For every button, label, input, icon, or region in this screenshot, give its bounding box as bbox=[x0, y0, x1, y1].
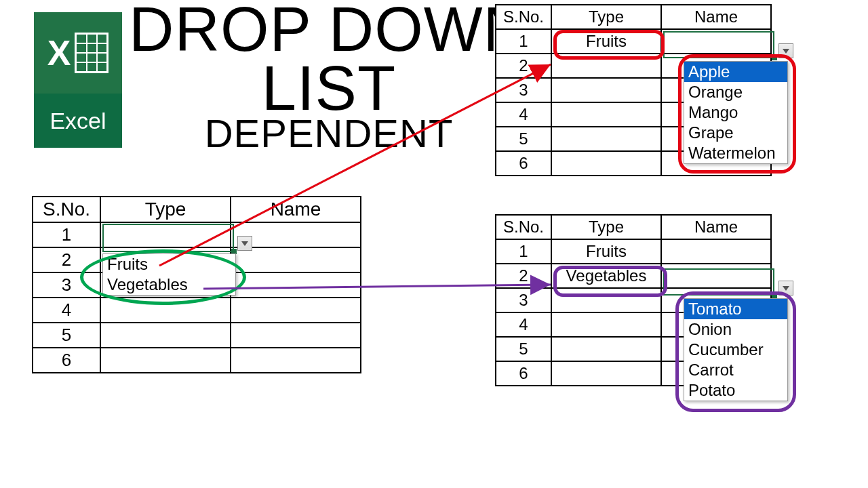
dropdown-button[interactable] bbox=[778, 43, 793, 58]
title-line1: DROP DOWN bbox=[129, 0, 529, 59]
veg-option[interactable]: Onion bbox=[684, 319, 787, 340]
type-option-vegetables[interactable]: Vegetables bbox=[103, 274, 235, 295]
trt-hdr-name: Name bbox=[661, 5, 771, 29]
lt-type-cell[interactable] bbox=[100, 222, 231, 247]
dropdown-button[interactable] bbox=[778, 281, 793, 296]
lt-sno: 5 bbox=[33, 323, 100, 348]
lt-sno: 6 bbox=[33, 348, 100, 373]
trt-hdr-type: Type bbox=[551, 5, 661, 29]
title-line2: LIST bbox=[129, 59, 529, 118]
lt-sno: 3 bbox=[33, 272, 100, 298]
veg-option[interactable]: Cucumber bbox=[684, 340, 787, 360]
title-block: DROP DOWN LIST DEPENDENT bbox=[129, 0, 529, 152]
lt-hdr-type: Type bbox=[100, 197, 231, 222]
title-line3: DEPENDENT bbox=[129, 115, 529, 152]
spreadsheet-icon bbox=[75, 33, 108, 73]
brt-hdr-sno: S.No. bbox=[496, 215, 551, 239]
lt-sno: 1 bbox=[33, 222, 100, 247]
veg-option[interactable]: Potato bbox=[684, 380, 787, 401]
brt-type2[interactable]: Vegetables bbox=[551, 264, 661, 288]
lt-sno: 2 bbox=[33, 247, 100, 272]
fruits-dropdown-panel[interactable]: Apple Orange Mango Grape Watermelon bbox=[684, 61, 788, 164]
fruit-option[interactable]: Apple bbox=[684, 62, 787, 82]
excel-logo: X Excel bbox=[34, 12, 122, 148]
trt-type1[interactable]: Fruits bbox=[551, 29, 661, 54]
excel-x-letter: X bbox=[47, 33, 71, 73]
trt-hdr-sno: S.No. bbox=[496, 5, 551, 29]
fruit-option[interactable]: Mango bbox=[684, 102, 787, 123]
fill-handle[interactable] bbox=[772, 55, 777, 60]
fruit-option[interactable]: Orange bbox=[684, 82, 787, 102]
type-option-fruits[interactable]: Fruits bbox=[103, 254, 235, 274]
excel-label: Excel bbox=[34, 94, 122, 148]
lt-hdr-name: Name bbox=[231, 197, 361, 222]
lt-hdr-sno: S.No. bbox=[33, 197, 100, 222]
veg-option[interactable]: Tomato bbox=[684, 299, 787, 319]
veg-option[interactable]: Carrot bbox=[684, 360, 787, 380]
dropdown-button[interactable] bbox=[237, 236, 252, 251]
fill-handle[interactable] bbox=[772, 293, 777, 298]
veg-dropdown-panel[interactable]: Tomato Onion Cucumber Carrot Potato bbox=[684, 298, 788, 401]
type-dropdown-panel[interactable]: Fruits Vegetables bbox=[102, 253, 236, 296]
brt-hdr-type: Type bbox=[551, 215, 661, 239]
brt-hdr-name: Name bbox=[661, 215, 771, 239]
lt-sno: 4 bbox=[33, 298, 100, 323]
fruit-option[interactable]: Grape bbox=[684, 123, 787, 143]
fruit-option[interactable]: Watermelon bbox=[684, 143, 787, 163]
